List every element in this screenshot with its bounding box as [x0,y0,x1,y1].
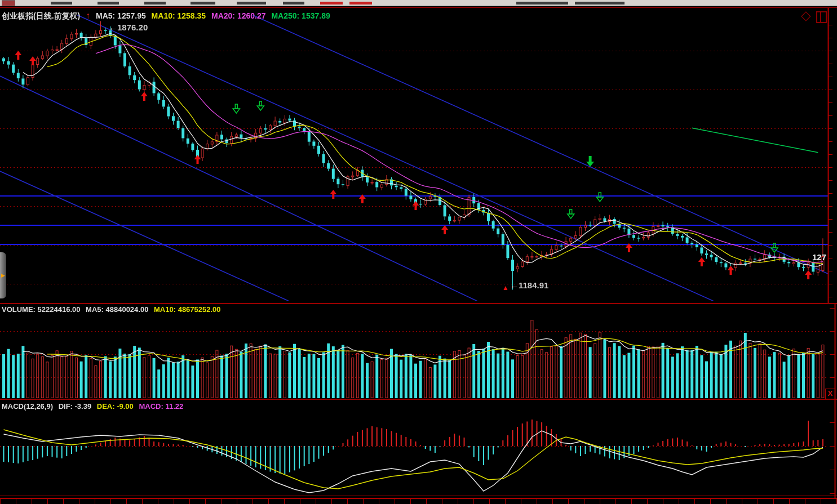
low-price-annotation: ←1184.91 [510,280,548,290]
dif-value: DIF: -3.39 [59,402,92,411]
sidebar-expand-handle[interactable]: ▶ [0,252,6,298]
macd-name: MACD(12,26,9) [2,402,53,411]
ma250-value: MA250: 1537.89 [271,11,330,20]
diamond-icon[interactable]: ◇ [801,9,811,22]
last-price-label: 127 [812,252,827,262]
panel-close-button[interactable]: X [826,389,834,398]
menu-fragment[interactable] [237,2,266,5]
menu-fragment[interactable] [283,2,304,5]
menu-fragment[interactable] [144,2,166,5]
menu-fragment[interactable] [191,2,215,5]
menu-fragment-red[interactable] [349,2,372,5]
menu-fragment[interactable] [51,2,72,5]
menu-fragment[interactable] [516,2,568,5]
menu-fragment[interactable] [98,2,119,5]
up-arrow-icon: ↑ [86,11,90,20]
macd-value: MACD: 11.22 [139,402,183,411]
app-logo-icon [2,0,15,6]
menu-bar[interactable] [0,0,837,6]
dea-value: DEA: -9.00 [97,402,134,411]
split-window-icon[interactable] [816,11,827,26]
high-price-annotation: ←1876.20 [109,23,148,32]
ma10-value: MA10: 1258.35 [152,11,206,20]
menu-fragment[interactable] [575,2,625,5]
stock-app-window: { "topbar": { "fragments_dark": [{"x":90… [0,0,837,504]
volume-ma10-value: MA10: 48675252.00 [154,305,221,314]
low-point-marker-icon: ▲ [502,284,509,292]
volume-ma5-value: MA5: 48840024.00 [86,305,148,314]
volume-value: VOLUME: 52224416.00 [2,305,80,314]
volume-panel[interactable]: VOLUME: 52224416.00 MA5: 48840024.00 MA1… [0,304,837,399]
ma5-value: MA5: 1257.95 [96,11,146,20]
ma20-value: MA20: 1260.27 [211,11,266,20]
macd-panel[interactable]: MACD(12,26,9) DIF: -3.39 DEA: -9.00 MACD… [0,401,837,496]
main-chart-panel[interactable]: 创业板指(日线.前复权) ↑ MA5: 1257.95 MA10: 1258.3… [0,8,837,303]
menu-fragment-red[interactable] [320,2,343,5]
symbol-title: 创业板指(日线.前复权) [2,11,80,20]
timeline-axis[interactable] [0,497,837,504]
